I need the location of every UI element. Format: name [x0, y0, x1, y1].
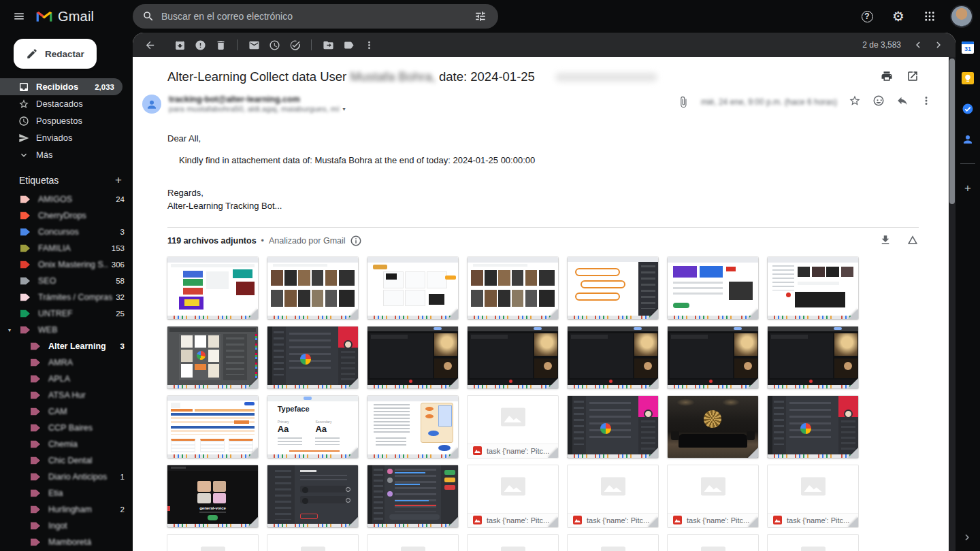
attachment-thumbnail[interactable]: task {'name': Pitc...: [468, 396, 558, 458]
sidebar-label-chic-dental[interactable]: Chic Dental: [0, 452, 133, 469]
scrollbar-thumb[interactable]: [949, 59, 955, 204]
attachment-thumbnail[interactable]: [768, 535, 858, 551]
search-input[interactable]: [161, 11, 470, 22]
sidebar-item-pospuestos[interactable]: Pospuestos: [0, 112, 122, 129]
sidebar-label-ccp-baires[interactable]: CCP Baires: [0, 420, 133, 436]
sidebar-label-familia[interactable]: FAMILIA153: [0, 240, 133, 256]
labels-button[interactable]: [338, 35, 359, 55]
main-menu-button[interactable]: [5, 3, 33, 30]
attachment-thumbnail[interactable]: task {'name': Pitc...: [668, 465, 758, 527]
hide-side-panel-button[interactable]: [961, 531, 973, 546]
sidebar-label-web[interactable]: ▾WEB: [0, 322, 133, 338]
sidebar-label-seo[interactable]: SEO58: [0, 273, 133, 289]
attachment-thumbnail[interactable]: [368, 465, 458, 527]
attachment-thumbnail[interactable]: [368, 396, 458, 458]
attachment-thumbnail[interactable]: [568, 535, 658, 551]
attachment-thumbnail[interactable]: [368, 257, 458, 319]
sidebar-item-más[interactable]: Más: [0, 146, 122, 163]
sidebar-label-chemia[interactable]: Chemia: [0, 436, 133, 452]
sender-avatar[interactable]: [142, 95, 161, 114]
snooze-button[interactable]: [264, 35, 284, 55]
attachment-thumbnail[interactable]: [267, 327, 358, 388]
sidebar-label-apla[interactable]: APLA: [0, 371, 133, 387]
sidebar-label-onix-mastering-s-[interactable]: Onix Mastering S..306: [0, 256, 133, 273]
google-apps-button[interactable]: [916, 3, 943, 30]
archive-button[interactable]: [169, 35, 190, 55]
open-in-new-button[interactable]: [906, 70, 919, 84]
sidebar-label-etia[interactable]: Etia: [0, 485, 133, 501]
attachment-thumbnail[interactable]: [167, 257, 258, 319]
attachment-thumbnail[interactable]: [167, 396, 258, 458]
attachment-thumbnail[interactable]: [368, 535, 458, 551]
attachment-thumbnail[interactable]: [267, 535, 358, 551]
attachment-thumbnail[interactable]: [768, 257, 858, 319]
sidebar-label-cam[interactable]: CAM: [0, 403, 133, 420]
report-spam-button[interactable]: [190, 35, 210, 55]
sidebar-label-mamboret-[interactable]: Mamboretá: [0, 534, 133, 550]
more-button[interactable]: [359, 35, 379, 55]
attachment-thumbnail[interactable]: [668, 535, 758, 551]
attachment-thumbnail[interactable]: task {'name': Pitc...: [468, 465, 558, 527]
attachment-thumbnail[interactable]: [768, 327, 858, 388]
search-icon[interactable]: [142, 10, 154, 22]
attachment-thumbnail[interactable]: [267, 465, 358, 527]
info-icon[interactable]: [350, 235, 362, 247]
sidebar-label-diario-anticipos[interactable]: Diario Anticipos1: [0, 469, 133, 485]
attachment-thumbnail[interactable]: [468, 327, 558, 388]
show-details-icon[interactable]: ▾: [343, 106, 346, 112]
sidebar-label-alter-learning[interactable]: Alter Learning3: [0, 338, 133, 354]
move-to-button[interactable]: [318, 35, 338, 55]
attachment-thumbnail[interactable]: [568, 396, 658, 458]
download-all-button[interactable]: [879, 234, 892, 248]
sidebar-label-cherrydrops[interactable]: CherryDrops: [0, 207, 133, 224]
get-addons-button[interactable]: +: [961, 181, 975, 195]
emoji-reaction-button[interactable]: [872, 95, 885, 109]
attachment-thumbnail[interactable]: [468, 257, 558, 319]
attachment-thumbnail[interactable]: [768, 396, 858, 458]
keep-app-button[interactable]: [961, 71, 975, 85]
sidebar-item-enviados[interactable]: Enviados: [0, 129, 122, 146]
attachment-thumbnail[interactable]: general-voice: [167, 465, 258, 527]
attachment-thumbnail[interactable]: [668, 396, 758, 458]
sidebar-label-amigos[interactable]: AMIGOS24: [0, 191, 133, 207]
more-options-button[interactable]: [920, 95, 932, 109]
search-filters-button[interactable]: [470, 5, 491, 27]
older-email-button[interactable]: [928, 35, 949, 55]
account-avatar[interactable]: [951, 6, 972, 27]
newer-email-button[interactable]: [908, 35, 928, 55]
calendar-app-button[interactable]: 31: [961, 41, 975, 54]
sidebar-label-atsa-hur[interactable]: ATSA Hur: [0, 387, 133, 403]
create-label-button[interactable]: +: [115, 174, 122, 186]
reply-button[interactable]: [896, 95, 909, 109]
scrollbar-track[interactable]: [949, 57, 956, 551]
attachment-thumbnail[interactable]: [267, 257, 358, 319]
sidebar-label-tr-mites-compras[interactable]: Trámites / Compras32: [0, 289, 133, 305]
attachment-thumbnail[interactable]: [368, 327, 458, 388]
back-button[interactable]: [140, 35, 160, 55]
delete-button[interactable]: [210, 35, 231, 55]
settings-button[interactable]: ⚙: [885, 3, 912, 30]
attachment-thumbnail[interactable]: [468, 535, 558, 551]
help-button[interactable]: ?: [853, 3, 881, 30]
sidebar-item-destacados[interactable]: Destacados: [0, 95, 122, 112]
print-button[interactable]: [881, 70, 893, 84]
mark-unread-button[interactable]: [244, 35, 264, 55]
save-to-drive-button[interactable]: [906, 234, 919, 248]
tasks-app-button[interactable]: [961, 102, 975, 116]
sidebar-label-amra[interactable]: AMRA: [0, 354, 133, 371]
star-button[interactable]: [849, 95, 861, 109]
attachment-thumbnail[interactable]: [568, 257, 658, 319]
contacts-app-button[interactable]: [961, 133, 975, 146]
expand-icon[interactable]: ▾: [8, 327, 11, 333]
attachment-thumbnail[interactable]: [668, 327, 758, 388]
attachment-thumbnail[interactable]: task {'name': Pitc...: [568, 465, 658, 527]
attachment-thumbnail[interactable]: TypefacePrimaryAaSecondaryAa: [267, 396, 358, 458]
compose-button[interactable]: Redactar: [14, 39, 97, 69]
sidebar-item-recibidos[interactable]: Recibidos2,033: [0, 78, 122, 95]
sidebar-label-ingot[interactable]: Ingot: [0, 518, 133, 534]
attachment-thumbnail[interactable]: [167, 535, 258, 551]
sidebar-label-untref[interactable]: UNTREF25: [0, 305, 133, 322]
sidebar-label-concursos[interactable]: Concursos3: [0, 224, 133, 240]
attachment-thumbnail[interactable]: [568, 327, 658, 388]
attachment-thumbnail[interactable]: [668, 257, 758, 319]
